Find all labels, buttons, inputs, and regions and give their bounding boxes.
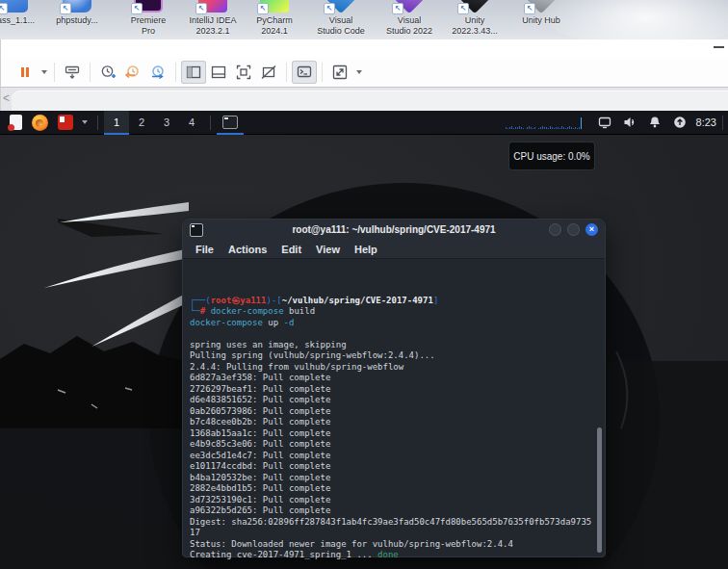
shortcut-idea[interactable]: ↖IntelliJ IDEA2023.2.1 — [183, 0, 243, 36]
workspace-2[interactable]: 2 — [129, 111, 154, 135]
scrollbar-thumb[interactable] — [597, 427, 602, 553]
menu-file[interactable]: File — [195, 244, 214, 255]
pause-button[interactable] — [13, 61, 38, 84]
cpu-bar — [534, 127, 535, 129]
cpu-bar — [552, 127, 553, 129]
unity-mode-button[interactable] — [256, 61, 281, 84]
pass-icon: ↖ — [0, 0, 28, 13]
shortcut-vs2022[interactable]: ↖VisualStudio 2022 — [376, 0, 443, 36]
shortcut-label: VisualStudio Code — [317, 15, 365, 36]
firefox-launcher[interactable] — [27, 111, 53, 135]
cpu-bar — [513, 128, 514, 129]
terminal-line: ee3dc5d1e4c7: Pull complete — [190, 451, 605, 462]
menu-view[interactable]: View — [316, 244, 340, 255]
host-desktop-wallpaper: ↖pass_1.1...↖phpstudy...↖PremierePro↖Int… — [0, 0, 728, 39]
shortcut-label: phpstudy... — [56, 15, 97, 26]
cpu-bar — [581, 117, 582, 129]
cpu-bar — [506, 127, 507, 129]
pause-dropdown[interactable] — [38, 61, 49, 84]
terminal-line: 1368ab15aa1c: Pull complete — [190, 428, 605, 440]
cpu-bar — [521, 127, 522, 129]
clock[interactable]: 8:23 — [696, 116, 716, 128]
menu-help[interactable]: Help — [354, 244, 377, 255]
panel-separator — [97, 116, 98, 130]
caret-down-icon[interactable] — [82, 120, 88, 124]
vs2022-icon: ↖ — [395, 0, 424, 13]
shortcut-arrow-icon: ↖ — [60, 3, 71, 14]
toolbar-separator — [90, 63, 91, 82]
tab-scroll-left[interactable]: < — [3, 91, 10, 105]
shortcut-pass[interactable]: ↖pass_1.1... — [0, 0, 40, 36]
terminal-line: 6d827a3ef358: Pull complete — [190, 373, 605, 384]
cpu-bar — [550, 126, 551, 129]
redapp-launcher[interactable] — [53, 111, 78, 135]
vm-tab[interactable] — [12, 91, 728, 111]
cpu-bar — [579, 127, 580, 129]
console-view-button[interactable] — [292, 61, 317, 84]
cpu-bar — [558, 127, 559, 129]
manage-snapshots-button[interactable] — [145, 61, 170, 84]
cpu-graph[interactable] — [506, 116, 583, 129]
shortcut-premiere[interactable]: ↖PremierePro — [114, 0, 183, 36]
terminal-output[interactable]: ┌──(root㉿ya111)-[~/vulhub/spring/CVE-201… — [183, 259, 605, 560]
maximize-button[interactable] — [567, 223, 580, 236]
close-button[interactable]: × — [585, 223, 598, 236]
unityhub-icon: ↖ — [527, 0, 556, 13]
menu-edit[interactable]: Edit — [281, 244, 301, 255]
shortcut-pycharm[interactable]: ↖PyCharm2024.1 — [243, 0, 306, 36]
cpu-bar — [517, 127, 518, 129]
terminal-titlebar[interactable]: root@ya111: ~/vulhub/spring/CVE-2017-497… — [183, 220, 605, 240]
minimize-button[interactable] — [714, 46, 724, 48]
minimize-button[interactable] — [549, 223, 561, 236]
shortcut-phpstudy[interactable]: ↖phpstudy... — [40, 0, 114, 36]
shortcut-vscode[interactable]: ↖VisualStudio Code — [306, 0, 376, 36]
vmware-toolbar — [0, 58, 728, 88]
shortcut-unityhub[interactable]: ↖Unity Hub — [507, 0, 576, 36]
stretch-guest-button[interactable] — [327, 61, 352, 84]
terminal-line: e101174ccdbd: Pull complete — [190, 461, 605, 473]
vmware-titlebar — [0, 39, 728, 58]
terminal-line: 3d73253190c1: Pull complete — [190, 495, 605, 506]
cpu-bar — [531, 127, 532, 129]
show-thumbnail-bar-button[interactable] — [206, 61, 231, 84]
shortcut-unity[interactable]: ↖Unity2022.3.43... — [443, 0, 507, 36]
terminal-line: Digest: sha256:02896ff287843f1ab4fc39ae3… — [190, 517, 605, 529]
stretch-dropdown[interactable] — [352, 61, 364, 84]
menu-actions[interactable]: Actions — [228, 244, 267, 255]
vmware-tabstrip: < — [0, 88, 728, 111]
terminal-window: root@ya111: ~/vulhub/spring/CVE-2017-497… — [182, 219, 606, 557]
files-launcher[interactable] — [5, 111, 27, 135]
shortcut-label: Unity2022.3.43... — [452, 15, 498, 36]
cpu-bar — [563, 127, 564, 129]
cpu-bar — [544, 127, 545, 129]
cpu-bar — [527, 127, 528, 129]
taskbar-terminal-button[interactable] — [217, 111, 244, 135]
terminal-line: d6e483851652: Pull complete — [190, 395, 605, 406]
workspace-3[interactable]: 3 — [154, 111, 179, 135]
fullscreen-button[interactable] — [231, 61, 256, 84]
toolbar-separator — [322, 63, 323, 82]
bell-icon[interactable] — [648, 116, 662, 129]
take-snapshot-button[interactable] — [95, 61, 120, 84]
shortcut-arrow-icon: ↖ — [131, 3, 143, 14]
workspace-1[interactable]: 1 — [104, 111, 129, 135]
terminal-line: b4ba120532be: Pull complete — [190, 473, 605, 484]
workspace-4[interactable]: 4 — [179, 111, 204, 135]
terminal-line: └─# docker-compose build — [190, 306, 605, 318]
show-library-button[interactable] — [181, 61, 206, 84]
terminal-line: docker-compose up -d — [190, 318, 605, 329]
updates-icon[interactable] — [673, 116, 687, 129]
cpu-bar — [515, 127, 516, 129]
display-icon[interactable] — [598, 116, 611, 129]
ctrl-alt-del-button[interactable] — [60, 61, 85, 84]
terminal-line: spring uses an image, skipping — [190, 340, 605, 351]
shortcut-arrow-icon: ↖ — [257, 3, 269, 14]
revert-snapshot-button[interactable] — [120, 61, 145, 84]
terminal-line: b7c48cee0b2b: Pull complete — [190, 417, 605, 428]
shortcut-label: PremierePro — [131, 15, 167, 36]
volume-icon[interactable] — [623, 116, 637, 129]
cpu-bar — [573, 128, 574, 129]
shortcut-label: PyCharm2024.1 — [256, 15, 293, 36]
cpu-bar — [533, 128, 533, 129]
terminal-line: Status: Downloaded newer image for vulhu… — [190, 539, 605, 551]
